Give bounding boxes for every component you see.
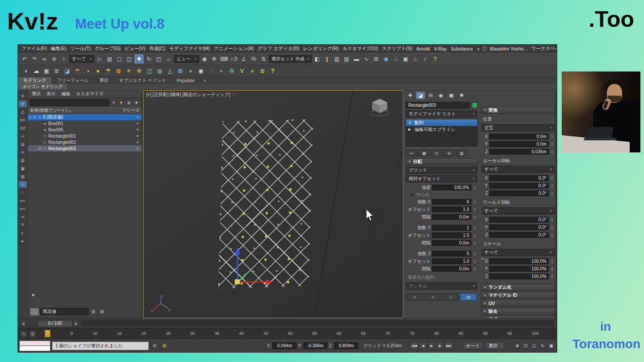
auto-key-button[interactable]: オート: [462, 342, 483, 349]
explorer-expand-icon[interactable]: ▶: [31, 292, 36, 298]
keyboard-override-icon[interactable]: ⌨: [220, 55, 229, 63]
object-name-field[interactable]: Rectangle003: [406, 102, 470, 109]
flame-icon[interactable]: ♦: [186, 67, 195, 75]
count-field[interactable]: 0.0m: [432, 214, 471, 220]
rollout-collapsed[interactable]: ランダム化: [481, 284, 555, 291]
time-slider-track[interactable]: [82, 320, 554, 326]
active-layer-field[interactable]: 既定値: [40, 308, 89, 315]
pencil-tool-icon[interactable]: ✎: [19, 221, 27, 228]
show-end-result-icon[interactable]: ▦: [418, 150, 430, 156]
selected-key-filter-combo[interactable]: 選択: [485, 342, 505, 349]
menu-item[interactable]: アニメーション(A): [214, 46, 254, 52]
menu-item[interactable]: レンダリング(R): [303, 46, 339, 52]
tab-polygon-modeling[interactable]: ポリゴン モデリング: [18, 84, 67, 90]
help-circle-icon[interactable]: ?: [431, 55, 440, 63]
help-icon[interactable]: ?: [268, 67, 277, 75]
render-production-icon[interactable]: ♨: [411, 55, 420, 63]
spinner[interactable]: [550, 150, 554, 154]
motion-tab-icon[interactable]: ◉: [436, 92, 445, 99]
time-slider-handle[interactable]: [45, 330, 51, 337]
snap-toggle-3d-icon[interactable]: ∩3: [229, 55, 238, 63]
add-explorer-icon[interactable]: ✚: [133, 101, 140, 105]
pin-stack-icon[interactable]: ⊶: [406, 150, 417, 156]
hierarchy-tab-icon[interactable]: ⊟: [426, 92, 435, 99]
count-spinner[interactable]: [473, 252, 477, 256]
window-crossing-icon[interactable]: ◫: [125, 55, 134, 63]
count-spinner[interactable]: [473, 267, 477, 271]
named-selection-sets-combo[interactable]: 選択セット 作成: [269, 55, 312, 63]
play-button[interactable]: ▶: [428, 342, 435, 349]
key-filter-icon[interactable]: ⊟: [29, 330, 36, 337]
next-frame-arrow[interactable]: ▶: [73, 320, 79, 327]
viewport[interactable]: [+] [正投影] [標準] [既定のシェーディング] ▽ y: [143, 90, 403, 318]
menu-item[interactable]: モディファイヤ(M): [169, 46, 210, 52]
sphere-gray-icon[interactable]: ◗: [217, 67, 226, 75]
star-tool-icon[interactable]: ✦: [19, 181, 27, 188]
curve-editor-icon[interactable]: ∿: [362, 55, 371, 63]
spinner[interactable]: [550, 274, 554, 279]
spinner[interactable]: [550, 176, 554, 181]
z-coordinate-field[interactable]: 0.809m: [334, 342, 358, 349]
reference-coordinate-combo[interactable]: ビュー: [174, 55, 199, 63]
filter-funnel-icon[interactable]: ▼: [118, 101, 124, 105]
rollout-distribution[interactable]: 分配: [406, 158, 478, 165]
modifier-stack-row[interactable]: ⊙ 配列: [406, 119, 477, 126]
display-tab-icon[interactable]: ▣: [447, 92, 456, 99]
scene-object-row[interactable]: ⊙ ◻ Rectangle003 ❄: [28, 145, 142, 152]
zoom-region-icon[interactable]: ◱: [530, 342, 538, 349]
axis-x-footer-button[interactable]: X: [407, 293, 423, 301]
check-update-icon[interactable]: ✓: [421, 55, 430, 63]
align-icon[interactable]: ∥: [322, 55, 331, 63]
create-tab-icon[interactable]: ✚: [406, 92, 415, 99]
count-spinner[interactable]: [473, 233, 477, 238]
modifier-list-dropdown[interactable]: モディファイヤ リスト: [406, 110, 477, 118]
axis-z-footer-button[interactable]: Z: [442, 293, 459, 301]
rectangular-selection-icon[interactable]: ▢: [115, 55, 124, 63]
menu-item[interactable]: Arnold: [416, 46, 430, 51]
sort-ascending-icon[interactable]: ▲: [68, 109, 72, 112]
menu-item[interactable]: グラフ エディタ(D): [258, 46, 299, 52]
sphere-tool-icon[interactable]: ◐: [19, 229, 27, 236]
configure-modifier-sets-icon[interactable]: ▤: [456, 150, 467, 156]
transform-z-field[interactable]: 0.0°: [489, 232, 549, 238]
select-and-manipulate-icon[interactable]: ✜: [210, 55, 219, 63]
spinner[interactable]: [550, 135, 554, 139]
count-field[interactable]: 6: [432, 199, 471, 205]
layer-list-icon[interactable]: ≣: [90, 308, 97, 315]
modifier-row-icon[interactable]: ▶: [408, 127, 412, 131]
spinner[interactable]: [550, 267, 554, 271]
expand-strip-icon[interactable]: ▸: [19, 237, 27, 244]
dots-tool-icon[interactable]: ∷: [19, 189, 27, 196]
transform-y-field[interactable]: 100.0%: [489, 266, 549, 272]
transform-z-field[interactable]: 0.036m: [489, 149, 549, 155]
transform-x-field[interactable]: 100.0%: [489, 258, 549, 264]
explorer-menu-item[interactable]: 編集: [61, 91, 70, 97]
axis-xy-button[interactable]: XY: [19, 117, 27, 123]
angle-snap-icon[interactable]: ∠: [239, 55, 248, 63]
uniform-scale-link-icon[interactable]: ⊶: [481, 257, 485, 261]
spinner[interactable]: [550, 225, 554, 230]
rollout-collapsed[interactable]: 除去: [481, 308, 555, 315]
orbit-icon[interactable]: ↻: [539, 342, 547, 349]
material-id-footer-button[interactable]: ID: [460, 293, 477, 301]
new-layer-icon[interactable]: ⊞: [98, 308, 106, 315]
transform-z-field[interactable]: 100.0%: [489, 274, 549, 279]
menu-item[interactable]: 作成(C): [149, 46, 165, 52]
spinner[interactable]: [550, 259, 554, 264]
maximize-viewport-icon[interactable]: ▣: [547, 342, 555, 349]
select-and-move-icon[interactable]: ✚: [135, 55, 144, 63]
tab-freeform[interactable]: フリーフォーム: [51, 77, 94, 84]
count-spinner[interactable]: [473, 207, 477, 212]
transform-y-field[interactable]: 0.0°: [489, 183, 549, 189]
transform-mode-dropdown[interactable]: すべて: [482, 166, 555, 173]
count-spinner[interactable]: [473, 259, 477, 264]
render-setup-icon[interactable]: ♨: [391, 55, 400, 63]
flower-icon[interactable]: ✿: [114, 67, 123, 75]
transform-z-field[interactable]: 0.0°: [489, 190, 549, 196]
visibility-icon[interactable]: ⊙: [32, 115, 37, 119]
layer-button[interactable]: [30, 308, 39, 316]
spinner[interactable]: [550, 142, 554, 147]
freeze-icon[interactable]: ❄: [136, 140, 139, 144]
menu-item[interactable]: グループ(G): [95, 46, 121, 52]
remove-modifier-icon[interactable]: ⊖: [443, 150, 455, 156]
